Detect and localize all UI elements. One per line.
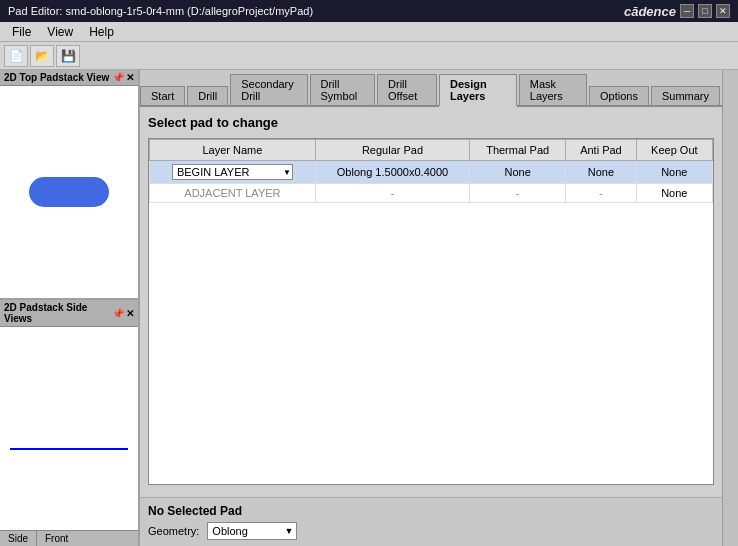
col-thermal-pad: Thermal Pad bbox=[470, 140, 566, 161]
pin-side-icon[interactable]: 📌 bbox=[112, 308, 124, 319]
table-row[interactable]: BEGIN LAYER ADJACENT LAYER ▼ Oblong 1.50… bbox=[150, 161, 713, 184]
geometry-select[interactable]: Oblong Rectangle Square Circle Octagon bbox=[207, 522, 297, 540]
tab-drill-symbol[interactable]: Drill Symbol bbox=[310, 74, 376, 105]
side-view-line bbox=[10, 448, 128, 450]
cell-layer-name-adjacent: ADJACENT LAYER bbox=[150, 184, 316, 203]
window-title: Pad Editor: smd-oblong-1r5-0r4-mm (D:/al… bbox=[8, 5, 313, 17]
col-layer-name: Layer Name bbox=[150, 140, 316, 161]
tabs-bar: Start Drill Secondary Drill Drill Symbol… bbox=[140, 70, 722, 107]
geometry-row: Geometry: Oblong Rectangle Square Circle… bbox=[148, 522, 714, 540]
save-button[interactable]: 💾 bbox=[56, 45, 80, 67]
tab-drill-offset[interactable]: Drill Offset bbox=[377, 74, 437, 105]
tab-drill[interactable]: Drill bbox=[187, 86, 228, 105]
window-controls: cādence ─ □ ✕ bbox=[624, 4, 730, 19]
top-view-label: 2D Top Padstack View bbox=[4, 72, 109, 83]
close-side-icon[interactable]: ✕ bbox=[126, 308, 134, 319]
cell-keep-out-begin[interactable]: None bbox=[636, 161, 712, 184]
toolbar: 📄 📂 💾 bbox=[0, 42, 738, 70]
cell-regular-pad-adjacent[interactable]: - bbox=[315, 184, 469, 203]
cell-keep-out-adjacent[interactable]: None bbox=[636, 184, 712, 203]
col-keep-out: Keep Out bbox=[636, 140, 712, 161]
cell-thermal-pad-begin[interactable]: None bbox=[470, 161, 566, 184]
geometry-label: Geometry: bbox=[148, 525, 199, 537]
pad-table: Layer Name Regular Pad Thermal Pad Anti … bbox=[149, 139, 713, 203]
menu-view[interactable]: View bbox=[39, 23, 81, 41]
col-anti-pad: Anti Pad bbox=[566, 140, 636, 161]
layer-select[interactable]: BEGIN LAYER ADJACENT LAYER bbox=[172, 164, 293, 180]
no-selected-label: No Selected Pad bbox=[148, 504, 714, 518]
menu-bar: File View Help bbox=[0, 22, 738, 42]
geometry-select-wrapper: Oblong Rectangle Square Circle Octagon ▼ bbox=[207, 522, 297, 540]
minimize-button[interactable]: ─ bbox=[680, 4, 694, 18]
content-area: Select pad to change Layer Name Regular … bbox=[140, 107, 722, 493]
content-panel: Start Drill Secondary Drill Drill Symbol… bbox=[140, 70, 722, 546]
section-title: Select pad to change bbox=[148, 115, 714, 130]
close-button[interactable]: ✕ bbox=[716, 4, 730, 18]
title-bar: Pad Editor: smd-oblong-1r5-0r4-mm (D:/al… bbox=[0, 0, 738, 22]
cell-anti-pad-begin[interactable]: None bbox=[566, 161, 636, 184]
top-view-header: 2D Top Padstack View 📌 ✕ bbox=[0, 70, 138, 86]
open-button[interactable]: 📂 bbox=[30, 45, 54, 67]
cell-anti-pad-adjacent[interactable]: - bbox=[566, 184, 636, 203]
tab-secondary-drill[interactable]: Secondary Drill bbox=[230, 74, 307, 105]
bottom-section: No Selected Pad Geometry: Oblong Rectang… bbox=[140, 497, 722, 546]
col-regular-pad: Regular Pad bbox=[315, 140, 469, 161]
layer-select-wrapper: BEGIN LAYER ADJACENT LAYER ▼ bbox=[172, 164, 293, 180]
side-padstack-panel: 2D Padstack Side Views 📌 ✕ Side Front bbox=[0, 300, 138, 546]
top-view-icons: 📌 ✕ bbox=[112, 72, 134, 83]
right-scrollbar[interactable] bbox=[722, 70, 738, 546]
cadence-logo: cādence bbox=[624, 4, 676, 19]
front-tab[interactable]: Front bbox=[37, 531, 76, 546]
close-panel-icon[interactable]: ✕ bbox=[126, 72, 134, 83]
maximize-button[interactable]: □ bbox=[698, 4, 712, 18]
tab-summary[interactable]: Summary bbox=[651, 86, 720, 105]
menu-file[interactable]: File bbox=[4, 23, 39, 41]
side-view-canvas bbox=[0, 327, 138, 530]
menu-help[interactable]: Help bbox=[81, 23, 122, 41]
left-panel: 2D Top Padstack View 📌 ✕ 2D Padstack Sid… bbox=[0, 70, 140, 546]
tab-start[interactable]: Start bbox=[140, 86, 185, 105]
side-view-label: 2D Padstack Side Views bbox=[4, 302, 112, 324]
cell-layer-name: BEGIN LAYER ADJACENT LAYER ▼ bbox=[150, 161, 316, 184]
cell-regular-pad-begin[interactable]: Oblong 1.5000x0.4000 bbox=[315, 161, 469, 184]
side-view-icons: 📌 ✕ bbox=[112, 308, 134, 319]
tab-design-layers[interactable]: Design Layers bbox=[439, 74, 517, 107]
main-layout: 2D Top Padstack View 📌 ✕ 2D Padstack Sid… bbox=[0, 70, 738, 546]
top-padstack-panel: 2D Top Padstack View 📌 ✕ bbox=[0, 70, 138, 300]
new-button[interactable]: 📄 bbox=[4, 45, 28, 67]
top-view-canvas bbox=[0, 86, 138, 298]
tab-mask-layers[interactable]: Mask Layers bbox=[519, 74, 587, 105]
pin-icon[interactable]: 📌 bbox=[112, 72, 124, 83]
tab-options[interactable]: Options bbox=[589, 86, 649, 105]
cell-thermal-pad-adjacent[interactable]: - bbox=[470, 184, 566, 203]
pad-table-wrapper: Layer Name Regular Pad Thermal Pad Anti … bbox=[148, 138, 714, 485]
pad-shape-oblong bbox=[29, 177, 109, 207]
side-tab[interactable]: Side bbox=[0, 531, 37, 546]
table-row[interactable]: ADJACENT LAYER - - - None bbox=[150, 184, 713, 203]
side-view-header: 2D Padstack Side Views 📌 ✕ bbox=[0, 300, 138, 327]
